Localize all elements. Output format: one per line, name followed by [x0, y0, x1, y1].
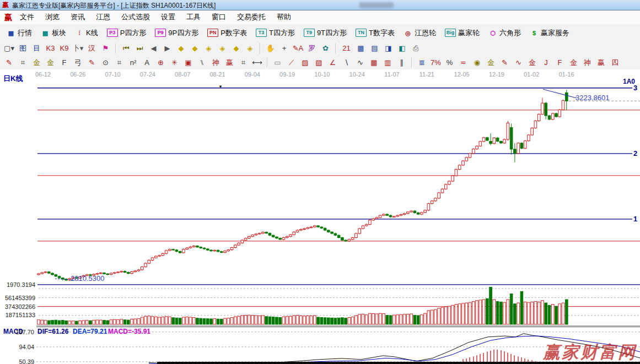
tool-gold-grid-icon[interactable]: 金	[30, 57, 43, 68]
menu-item-工具[interactable]: 工具	[181, 10, 206, 24]
tool-pencil-candle-icon[interactable]: ✎	[498, 57, 511, 68]
chart-area[interactable]: 日K线 06-1206-2607-1007-2408-0708-2109-040…	[0, 69, 640, 364]
p-number-table-button[interactable]: PNP数字表	[203, 26, 251, 40]
tool-n2-grid-icon[interactable]: n²	[127, 57, 139, 68]
gann-diamond-cross-icon[interactable]: ◈	[216, 42, 229, 54]
tool-quote-icon[interactable]: ⑊	[196, 57, 208, 68]
kline-chart-canvas[interactable]	[0, 69, 640, 364]
ninep-square-button[interactable]: P99P四方形	[150, 26, 203, 40]
volume-bar	[258, 316, 261, 324]
menu-item-文件[interactable]: 文件	[14, 10, 40, 24]
menu-item-帮助[interactable]: 帮助	[271, 10, 297, 24]
smart-analysis-icon[interactable]: ✿	[319, 42, 332, 54]
tool-gridbox-icon[interactable]: ▦	[368, 57, 380, 68]
t-square-button[interactable]: T3T四方形	[251, 26, 299, 40]
gann-diamond-plus-icon[interactable]: ◆	[230, 42, 243, 54]
tool-angle-icon[interactable]: ∠	[326, 57, 339, 68]
tool-column-icon[interactable]: ≣	[416, 57, 428, 68]
kline-button[interactable]: ⫶K线	[71, 26, 103, 40]
sectors-button[interactable]: ▩板块	[36, 26, 71, 40]
tool-gold-line-icon[interactable]: 金	[485, 57, 497, 68]
tool-123-grid-icon[interactable]: ⌗	[237, 57, 250, 68]
tool-line-icon[interactable]: ∖	[340, 57, 353, 68]
tool-shen-grid-icon[interactable]: 神	[209, 57, 222, 68]
menu-item-江恩[interactable]: 江恩	[90, 10, 116, 24]
tool-grid-icon[interactable]: ⌗	[17, 57, 29, 68]
tool-wave-icon[interactable]: ∿	[512, 57, 525, 68]
calculator-icon[interactable]: ▦	[354, 42, 367, 54]
gann-diamond-left-icon[interactable]: ◆	[175, 42, 187, 54]
compass-tool-icon[interactable]: 罗	[305, 42, 318, 54]
tool-ying-angle-icon[interactable]: 赢	[595, 57, 607, 68]
calendar-icon[interactable]: 21	[340, 42, 353, 54]
tool-circle-cross-icon[interactable]: ⊕	[154, 57, 167, 68]
tool-j-angle-icon[interactable]: J	[540, 57, 552, 68]
tool-pencil-icon[interactable]: ✎	[3, 57, 15, 68]
kline-9-icon[interactable]: K9	[58, 42, 71, 54]
info-doc-icon[interactable]: 目	[30, 42, 43, 54]
print-icon[interactable]: ⎙	[410, 42, 422, 54]
tool-gridbox2-icon[interactable]: ▥	[381, 57, 394, 68]
tool-fan-box-icon[interactable]: ▨	[299, 57, 311, 68]
last-page-icon[interactable]: ⏭	[133, 42, 146, 54]
menu-item-交易委托[interactable]: 交易委托	[232, 10, 271, 24]
tool-four-angle-icon[interactable]: 四	[609, 57, 621, 68]
tool-pct-lines-icon[interactable]: ≂	[457, 57, 470, 68]
tool-fan-icon[interactable]: ⟋	[285, 57, 298, 68]
save-web-icon[interactable]: ◧	[396, 42, 408, 54]
pointer-text-icon[interactable]: ✎A	[292, 42, 304, 54]
candle-style-dropdown-icon[interactable]: 卜▾	[72, 42, 84, 54]
layout-dropdown-icon[interactable]: ▢▾	[3, 42, 15, 54]
tool-gold-grid2-icon[interactable]: 金	[44, 57, 57, 68]
graph-panel-icon[interactable]: 图	[17, 42, 29, 54]
tool-pct-icon[interactable]: %	[443, 57, 456, 68]
kline-3-icon[interactable]: K3	[44, 42, 57, 54]
volume-bar	[203, 319, 206, 324]
tool-gann-circle-icon[interactable]: ⊙	[99, 57, 112, 68]
tool-star-circle-icon[interactable]: ✳	[168, 57, 181, 68]
save-icon[interactable]: ◨	[382, 42, 395, 54]
tool-f-grid-icon[interactable]: F	[58, 57, 71, 68]
tool-gold-circle-icon[interactable]: ◉	[471, 57, 483, 68]
tool-hspan-icon[interactable]: ⟷	[251, 57, 263, 68]
tool-text-icon[interactable]: A	[141, 57, 153, 68]
tool-parallel-icon[interactable]: ∥	[395, 57, 408, 68]
ninet-square-button[interactable]: T99T四方形	[299, 26, 351, 40]
hanzi-tool-icon[interactable]: 汉	[85, 42, 98, 54]
quotes-button[interactable]: ▦行情	[2, 26, 36, 40]
tool-zigzag-icon[interactable]: ∿	[354, 57, 367, 68]
first-page-icon[interactable]: ⏮	[120, 42, 132, 54]
tool-shen-angle-icon[interactable]: 神	[581, 57, 594, 68]
crosshair-icon[interactable]: +	[278, 42, 291, 54]
gann-diamond-right-icon[interactable]: ◆	[189, 42, 201, 54]
next-page-icon[interactable]: ▶	[161, 42, 174, 54]
gann-wheel-button[interactable]: ◎江恩轮	[399, 26, 440, 40]
tool-square-circle-icon[interactable]: ▣	[182, 57, 195, 68]
gann-diamond-horizontal-icon[interactable]: ◈	[202, 42, 215, 54]
menu-item-浏览[interactable]: 浏览	[40, 10, 65, 24]
prev-page-icon[interactable]: ◀	[147, 42, 160, 54]
notebook-icon[interactable]: ▤	[368, 42, 381, 54]
t-number-table-button[interactable]: TNT数字表	[351, 26, 399, 40]
tool-ying-grid-icon[interactable]: 赢	[223, 57, 236, 68]
tool-pencil-ruler-icon[interactable]: ✎	[85, 57, 98, 68]
menu-item-资讯[interactable]: 资讯	[65, 10, 90, 24]
winner-service-button[interactable]: $赢家服务	[525, 26, 574, 40]
tool-spiral-icon[interactable]: 弓	[72, 57, 84, 68]
hand-drag-icon[interactable]: ✋	[264, 42, 277, 54]
tool-f-angle-icon[interactable]: F	[553, 57, 566, 68]
menu-item-窗口[interactable]: 窗口	[206, 10, 232, 24]
tool-rect-icon[interactable]: ▭	[271, 57, 284, 68]
hexagon-button[interactable]: ⬡六角形	[484, 26, 525, 40]
menu-item-公式选股[interactable]: 公式选股	[116, 10, 155, 24]
gann-diamond-star-icon[interactable]: ◈	[244, 42, 256, 54]
tool-fan-box2-icon[interactable]: ▧	[313, 57, 325, 68]
winner-wheel-button[interactable]: Big赢家轮	[440, 26, 484, 40]
tool-gold-angle2-icon[interactable]: 金	[567, 57, 580, 68]
menu-item-设置[interactable]: 设置	[155, 10, 181, 24]
color-chart-icon[interactable]: ⚑	[99, 42, 112, 54]
tool-ruler-icon[interactable]: ⌗	[113, 57, 126, 68]
tool-gold-angle-icon[interactable]: 金	[526, 57, 539, 68]
tool-7pct-icon[interactable]: 7%	[429, 57, 442, 68]
p-square-button[interactable]: P3P四方形	[103, 26, 151, 40]
